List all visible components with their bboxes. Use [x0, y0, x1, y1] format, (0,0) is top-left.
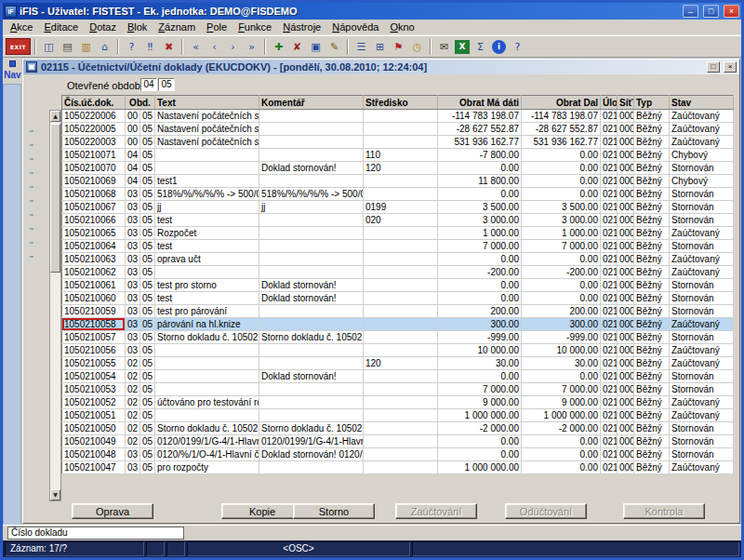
table-row[interactable]: 10502100520205účtováno pro testování roz… [62, 396, 734, 409]
cell[interactable]: Stornován [670, 162, 734, 175]
cell[interactable]: Zaúčtovaný [670, 357, 734, 370]
cell[interactable]: účtováno pro testování rozpočtu [155, 396, 259, 409]
cell[interactable]: Stornován [670, 370, 734, 383]
table-row[interactable]: 105021005302057 000.007 000.00021000Běžn… [62, 383, 734, 396]
cell[interactable]: Běžný [634, 331, 670, 344]
nav-tab[interactable]: Nav [3, 58, 21, 84]
cell[interactable] [259, 305, 364, 318]
cell[interactable]: Běžný [634, 279, 670, 292]
cell[interactable]: 05 [140, 292, 155, 305]
cell[interactable]: 020 [364, 214, 438, 227]
cell[interactable]: 1050210071 [62, 149, 126, 162]
menu-item-8[interactable]: Nápověda [326, 20, 384, 33]
cell[interactable]: 05 [140, 409, 155, 422]
cell[interactable]: 021 [601, 175, 618, 188]
cell[interactable]: Stornován [670, 305, 734, 318]
cell[interactable]: 0120/%/1/O-4/1-Hlavní činnost : [155, 448, 259, 461]
cell[interactable]: 021 [601, 383, 618, 396]
cell[interactable] [259, 357, 364, 370]
cell[interactable]: 9 000.00 [438, 396, 522, 409]
cell[interactable] [364, 422, 438, 435]
cell[interactable]: 000 [618, 357, 634, 370]
cell[interactable]: 021 [601, 123, 618, 136]
cell[interactable]: pro rozpočty [155, 461, 259, 474]
grid-icon[interactable]: ⊞ [371, 38, 389, 55]
cell[interactable]: 05 [140, 149, 155, 162]
cell[interactable]: 000 [618, 253, 634, 266]
cell[interactable]: 10 000.00 [522, 344, 601, 357]
cell[interactable]: 000 [618, 123, 634, 136]
cell[interactable]: 00 [126, 136, 140, 149]
cell[interactable]: 000 [618, 331, 634, 344]
cell[interactable]: Zaúčtovaný [670, 344, 734, 357]
cell[interactable]: Stornován [670, 435, 734, 448]
cell[interactable]: 021 [601, 266, 618, 279]
action-storno-button[interactable]: Storno [293, 503, 375, 519]
cell[interactable]: Nastavení počátečních stavů [155, 123, 259, 136]
cell[interactable]: 11 800.00 [438, 175, 522, 188]
cell[interactable] [364, 279, 438, 292]
table-row[interactable]: 1050210056030510 000.0010 000.00021000Bě… [62, 344, 734, 357]
cell[interactable]: Běžný [634, 435, 670, 448]
cell[interactable]: 02 [126, 383, 140, 396]
cell[interactable]: Běžný [634, 318, 670, 331]
form-close-button[interactable]: × [724, 61, 737, 73]
print-icon[interactable]: ▤ [59, 38, 76, 55]
cell[interactable]: 1050210050 [62, 422, 126, 435]
cell[interactable]: 1050210047 [62, 461, 126, 474]
cell[interactable]: test pro párování [155, 305, 259, 318]
cell[interactable]: 000 [618, 149, 634, 162]
menu-item-9[interactable]: Okno [384, 20, 419, 33]
table-row[interactable]: 10502100690405test111 800.000.00021000Bě… [62, 175, 734, 188]
cell[interactable]: -2 000.00 [522, 422, 601, 435]
cell[interactable]: Zaúčtovaný [670, 266, 734, 279]
cell[interactable]: Doklad stornován! 0120/%/1/O-4 [259, 448, 364, 461]
cell[interactable] [259, 266, 364, 279]
cell[interactable]: Běžný [634, 123, 670, 136]
open-folder-icon[interactable]: ▥ [77, 38, 95, 55]
cell[interactable]: Běžný [634, 448, 670, 461]
delete-record-icon[interactable]: ✘ [288, 38, 306, 55]
cell[interactable]: 1050210053 [62, 383, 126, 396]
cell[interactable]: 05 [140, 162, 155, 175]
cell[interactable]: Běžný [634, 110, 670, 123]
cell[interactable] [155, 149, 259, 162]
cell[interactable]: 3 500.00 [438, 201, 522, 214]
cell[interactable]: 1050210049 [62, 435, 126, 448]
cell[interactable]: Zaúčtovaný [670, 318, 734, 331]
cell[interactable] [364, 448, 438, 461]
cell[interactable] [155, 266, 259, 279]
cell[interactable]: 000 [618, 279, 634, 292]
cell[interactable]: 1050210059 [62, 305, 126, 318]
cell[interactable]: Chybový [670, 149, 734, 162]
cell[interactable]: 03 [126, 461, 140, 474]
cell[interactable]: Běžný [634, 175, 670, 188]
cell[interactable]: Nastavení počátečních stavů [155, 136, 259, 149]
duplicate-record-icon[interactable]: ▣ [307, 38, 325, 55]
cell[interactable]: Běžný [634, 357, 670, 370]
cell[interactable]: 05 [140, 201, 155, 214]
cell[interactable]: Zaúčtovaný [670, 123, 734, 136]
list-of-values-icon[interactable]: ☰ [352, 38, 370, 55]
cell[interactable]: Běžný [634, 227, 670, 240]
cell[interactable]: 03 [126, 201, 140, 214]
cell[interactable]: 1050210048 [62, 448, 126, 461]
cell[interactable]: -999.00 [522, 331, 601, 344]
cell[interactable]: 021 [601, 435, 618, 448]
cell[interactable]: 04 [126, 162, 140, 175]
form-restore-button[interactable]: □ [707, 61, 720, 73]
cell[interactable]: 0.00 [522, 292, 601, 305]
cell[interactable]: oprava učt [155, 253, 259, 266]
cell[interactable]: Běžný [634, 383, 670, 396]
cell[interactable]: 021 [601, 188, 618, 201]
cell[interactable] [259, 123, 364, 136]
first-record-icon[interactable]: « [187, 38, 205, 55]
cell[interactable] [364, 396, 438, 409]
cell[interactable]: 120 [364, 162, 438, 175]
menu-item-2[interactable]: Dotaz [84, 20, 122, 33]
cell[interactable]: 1 000.00 [438, 227, 522, 240]
cell[interactable]: 0.00 [522, 448, 601, 461]
cell[interactable]: 021 [601, 240, 618, 253]
cell[interactable]: Stornován [670, 422, 734, 435]
menu-item-0[interactable]: Akce [5, 20, 38, 33]
